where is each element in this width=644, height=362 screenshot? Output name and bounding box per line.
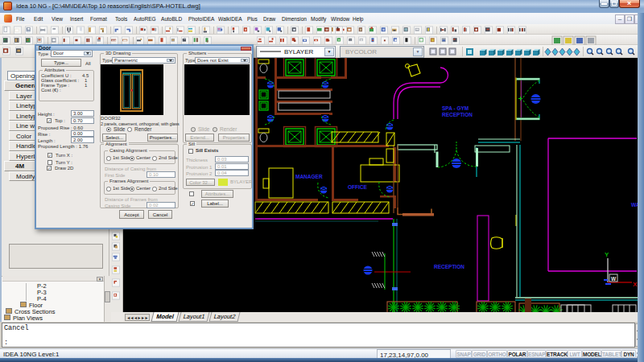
svg-text:MANAGER: MANAGER — [295, 174, 323, 179]
svg-text:WA: WA — [631, 202, 638, 208]
svg-text:RECEPTION: RECEPTION — [442, 112, 473, 117]
svg-text:SPA - GYM: SPA - GYM — [442, 105, 469, 111]
svg-text:W: W — [611, 276, 617, 282]
svg-text:Y: Y — [605, 251, 609, 258]
svg-text:RECEPTION: RECEPTION — [434, 264, 464, 269]
svg-text:OFFICE: OFFICE — [348, 184, 367, 190]
